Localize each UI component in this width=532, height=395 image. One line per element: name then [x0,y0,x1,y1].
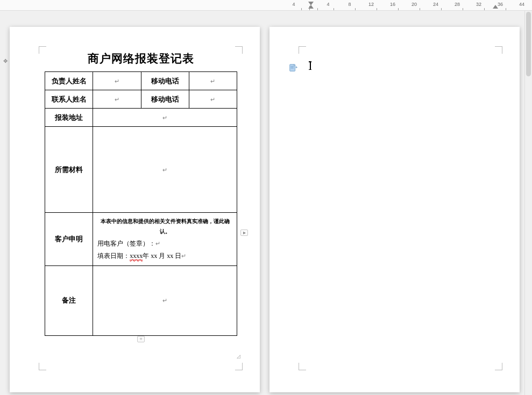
registration-form-table[interactable]: 负责人姓名 ↵ 移动电话 ↵ 联系人姓名 ↵ 移动电话 ↵ 报装地址 ↵ 所需材… [45,71,237,336]
ruler-tick-label: 24 [433,2,438,7]
document-area: ✥ 商户网络报装登记表 负责人姓名 ↵ 移动电话 ↵ 联系人姓名 ↵ 移动电话 … [0,11,532,395]
ruler-tick-label: 8 [348,2,351,7]
ruler-tick-label: 28 [455,2,460,7]
horizontal-ruler: 4 4 8 12 16 20 24 28 32 36 44 [0,0,532,11]
cell-contact-phone-value[interactable]: ↵ [210,96,215,103]
document-icon[interactable] [288,63,298,73]
table-resize-handle-icon[interactable]: ◿ [237,354,240,359]
ruler-tick-label: 12 [368,2,374,7]
cell-owner-name-label[interactable]: 负责人姓名 [45,72,93,90]
page-2[interactable] [269,27,520,392]
table-row: 所需材料 ↵ [45,127,237,213]
declaration-date-line: 填表日期：xxxx年 xx 月 xx 日 [97,252,181,260]
cell-contact-phone-label[interactable]: 移动电话 [141,90,189,109]
ruler-tick-label: 4 [292,2,295,7]
cell-remarks-label[interactable]: 备注 [45,265,93,335]
cell-declaration-content[interactable]: 本表中的信息和提供的相关文件资料真实准确，谨此确认。 用电客户（签章）：↵ 填表… [93,213,237,266]
scrollbar-thumb[interactable] [526,12,531,76]
margin-corner-icon [299,46,306,54]
expand-handle-icon[interactable]: ▸ [240,229,248,236]
cell-address-value[interactable]: ↵ [162,114,167,121]
margin-corner-icon [299,363,306,370]
cell-address-label[interactable]: 报装地址 [45,109,93,127]
table-row: 备注 ↵ [45,265,237,335]
ruler-tick-label: 4 [327,2,329,7]
cell-remarks-value[interactable]: ↵ [162,297,167,304]
ruler-tick-label: 36 [498,2,503,7]
vertical-scrollbar[interactable] [524,11,532,395]
table-row: 报装地址 ↵ [45,109,237,127]
document-title[interactable]: 商户网络报装登记表 [45,51,237,66]
ruler-tick-label: 20 [412,2,417,7]
declaration-small-text: 本表中的信息和提供的相关文件资料真实准确，谨此确认。 [97,216,232,236]
ruler-tick-label: 32 [476,2,481,7]
cell-owner-phone-value[interactable]: ↵ [210,78,215,84]
add-row-handle[interactable]: + [137,336,145,342]
table-row: 负责人姓名 ↵ 移动电话 ↵ [45,72,237,90]
table-row: 联系人姓名 ↵ 移动电话 ↵ [45,90,237,109]
table-anchor-icon[interactable]: ✥ [3,58,8,64]
cell-materials-value[interactable]: ↵ [162,167,167,173]
page-1[interactable]: ✥ 商户网络报装登记表 负责人姓名 ↵ 移动电话 ↵ 联系人姓名 ↵ 移动电话 … [10,27,260,392]
margin-corner-icon [495,363,502,370]
cell-owner-phone-label[interactable]: 移动电话 [141,72,189,90]
right-indent-marker[interactable] [493,5,498,9]
declaration-signature-line: 用电客户（签章）： [97,240,155,247]
margin-corner-icon [495,46,502,54]
hanging-indent-marker[interactable] [308,5,314,9]
ruler-tick-label: 16 [390,2,395,7]
cell-declaration-label[interactable]: 客户申明 [45,213,93,266]
cell-materials-label[interactable]: 所需材料 [45,127,93,213]
cell-contact-name-value[interactable]: ↵ [115,96,119,103]
text-cursor [310,61,311,70]
cell-owner-name-value[interactable]: ↵ [115,78,119,84]
cell-contact-name-label[interactable]: 联系人姓名 [45,90,93,109]
ruler-tick-label: 44 [519,2,524,7]
table-row: 客户申明 本表中的信息和提供的相关文件资料真实准确，谨此确认。 用电客户（签章）… [45,213,237,266]
